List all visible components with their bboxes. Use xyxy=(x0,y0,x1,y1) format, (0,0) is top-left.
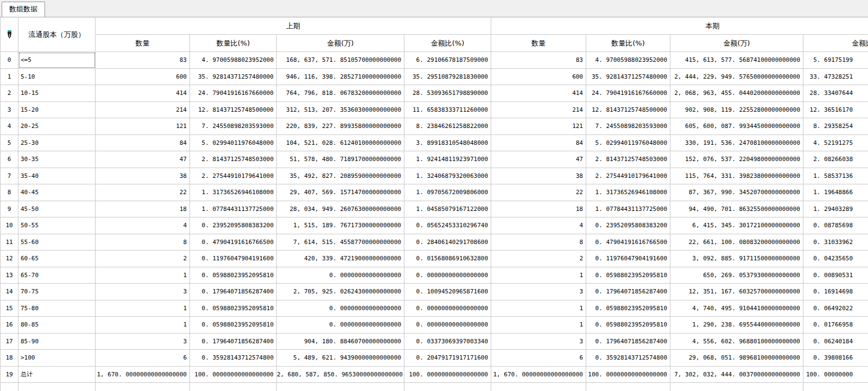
cell-prev-amount[interactable]: 0. 00000000000000000 xyxy=(277,317,404,334)
cell-share-range[interactable]: 60-65 xyxy=(18,251,96,267)
cell-prev-amount[interactable]: 1, 515, 189. 76717300000000000 xyxy=(277,217,404,234)
cell-cur-qty-pct[interactable]: 0. 35928143712574800 xyxy=(586,350,670,367)
cell-prev-amount[interactable]: 0. 00000000000000000 xyxy=(277,267,404,284)
cell-prev-qty[interactable]: 47 xyxy=(96,151,190,168)
cell-prev-amount[interactable]: 220, 839, 227. 89935800000000000 xyxy=(277,118,404,135)
cell-share-range[interactable]: 总计 xyxy=(18,366,96,383)
row-index[interactable]: 12 xyxy=(1,251,18,267)
cell-prev-amount-pct[interactable]: 0. 01568086910632800 xyxy=(404,251,491,267)
cell-prev-qty-pct[interactable]: 0. 35928143712574800 xyxy=(190,350,277,367)
cell-cur-amount-pct[interactable]: 0. 08785698 xyxy=(803,217,868,234)
cell-prev-qty[interactable]: 600 xyxy=(96,68,190,85)
cell-cur-qty-pct[interactable]: 2. 81437125748503000 xyxy=(586,151,670,168)
cell-prev-qty-pct[interactable]: 0. 47904191616766500 xyxy=(190,234,277,251)
cell-prev-amount[interactable]: 168, 637, 571. 85105700000000000 xyxy=(277,52,404,69)
cell-prev-qty[interactable]: 1, 670. 00000000000000000 xyxy=(96,366,190,383)
cell-prev-qty-pct[interactable]: 0. 11976047904191600 xyxy=(190,251,277,267)
cell-share-range[interactable]: >100 xyxy=(18,350,96,367)
cell-cur-amount[interactable]: 902, 908, 119. 22552800000000000 xyxy=(670,101,803,118)
col-header-share-range[interactable]: 流通股本（万股） xyxy=(18,17,96,52)
cell-cur-amount-pct[interactable]: 1. 19648866 xyxy=(803,184,868,201)
cell-prev-qty-pct[interactable]: 0. 17964071856287400 xyxy=(190,333,277,350)
row-index[interactable]: 11 xyxy=(1,234,18,251)
cell-cur-amount[interactable]: 4, 740, 495. 91044100000000000 xyxy=(670,300,803,317)
cell-prev-qty[interactable]: 1 xyxy=(96,300,190,317)
cell-prev-amount-pct[interactable]: 0. 00000000000000000 xyxy=(404,300,491,317)
cell-prev-qty-pct[interactable]: 1. 07784431137725000 xyxy=(190,201,277,217)
cell-prev-amount[interactable]: 104, 521, 028. 61240100000000000 xyxy=(277,134,404,151)
cell-prev-qty[interactable]: 8 xyxy=(96,234,190,251)
cell-cur-amount-pct[interactable]: 0. 39808166 xyxy=(803,350,868,367)
cell-cur-qty[interactable]: 3 xyxy=(491,333,586,350)
cell-prev-amount[interactable]: 51, 578, 480. 71891700000000000 xyxy=(277,151,404,168)
cell-cur-qty[interactable]: 84 xyxy=(491,134,586,151)
cell-prev-amount[interactable]: 29, 407, 569. 15714700000000000 xyxy=(277,184,404,201)
cell-cur-qty-pct[interactable]: 1. 07784431137725000 xyxy=(586,201,670,217)
cell-cur-qty-pct[interactable]: 0. 11976047904191600 xyxy=(586,251,670,267)
cell-prev-amount-pct[interactable]: 28. 53093651798890000 xyxy=(404,85,491,102)
cell-cur-qty[interactable]: 414 xyxy=(491,85,586,102)
cell-prev-amount-pct[interactable]: 35. 29510879281830000 xyxy=(404,68,491,85)
cell-share-range[interactable]: 35-40 xyxy=(18,168,96,184)
cell-prev-qty-pct[interactable]: 35. 92814371257480000 xyxy=(190,68,277,85)
row-index[interactable]: 18 xyxy=(1,350,18,367)
cell-prev-amount-pct[interactable]: 8. 23846261258822000 xyxy=(404,118,491,135)
cell-cur-amount[interactable]: 605, 600, 087. 99344500000000000 xyxy=(670,118,803,135)
cell-cur-qty[interactable]: 6 xyxy=(491,350,586,367)
cell-prev-qty-pct[interactable]: 12. 81437125748500000 xyxy=(190,101,277,118)
cell-prev-qty-pct[interactable]: 100. 00000000000000000 xyxy=(190,366,277,383)
row-index[interactable]: 14 xyxy=(1,284,18,300)
cell-cur-qty-pct[interactable]: 5. 02994011976048000 xyxy=(586,134,670,151)
cell-prev-amount-pct[interactable]: 1. 32406879320063000 xyxy=(404,168,491,184)
cell-cur-amount[interactable]: 2, 068, 963, 455. 04402000000000000 xyxy=(670,85,803,102)
cell-prev-amount[interactable]: 420, 339. 47219000000000000 xyxy=(277,251,404,267)
cell-cur-amount[interactable]: 87, 367, 990. 34520700000000000 xyxy=(670,184,803,201)
cell-cur-qty[interactable]: 18 xyxy=(491,201,586,217)
row-index[interactable]: 19 xyxy=(1,366,18,383)
cell-cur-amount-pct[interactable]: 100. 00000000 xyxy=(803,366,868,383)
col-header-cur-qty[interactable]: 数量 xyxy=(491,35,586,52)
cell-share-range[interactable]: 70-75 xyxy=(18,284,96,300)
cell-prev-amount-pct[interactable]: 11. 65838333711260000 xyxy=(404,101,491,118)
col-header-prev-qty-pct[interactable]: 数量比(%) xyxy=(190,35,277,52)
cell-prev-qty-pct[interactable]: 0. 05988023952095810 xyxy=(190,317,277,334)
cell-cur-amount-pct[interactable]: 28. 33407644 xyxy=(803,85,868,102)
tab-array-data[interactable]: 数组数据 xyxy=(2,2,45,17)
cell-prev-amount-pct[interactable]: 3. 89918310548048000 xyxy=(404,134,491,151)
cell-cur-qty-pct[interactable]: 0. 05988023952095810 xyxy=(586,300,670,317)
cell-prev-amount-pct[interactable]: 100. 00000000000000000 xyxy=(404,366,491,383)
cell-cur-qty[interactable]: 8 xyxy=(491,234,586,251)
cell-prev-qty-pct[interactable]: 2. 81437125748503000 xyxy=(190,151,277,168)
group-header-prev-period[interactable]: 上期 xyxy=(96,17,491,35)
group-header-cur-period[interactable]: 本期 xyxy=(491,17,868,35)
cell-cur-qty[interactable]: 1 xyxy=(491,300,586,317)
cell-cur-amount-pct[interactable]: 1. 29403289 xyxy=(803,201,868,217)
cell-prev-qty-pct[interactable]: 0. 05988023952095810 xyxy=(190,267,277,284)
row-index[interactable]: 2 xyxy=(1,85,18,102)
cell-prev-amount-pct[interactable]: 0. 28406140291708600 xyxy=(404,234,491,251)
cell-prev-qty-pct[interactable]: 0. 17964071856287400 xyxy=(190,284,277,300)
cell-cur-qty[interactable]: 1, 670. 00000000000000000 xyxy=(491,366,586,383)
cell-cur-qty-pct[interactable]: 35. 92814371257480000 xyxy=(586,68,670,85)
cell-cur-qty[interactable]: 2 xyxy=(491,251,586,267)
cell-prev-amount[interactable]: 764, 796, 818. 06783200000000000 xyxy=(277,85,404,102)
row-index[interactable]: 5 xyxy=(1,134,18,151)
cell-cur-amount-pct[interactable]: 0. 16914698 xyxy=(803,284,868,300)
cell-cur-qty-pct[interactable]: 0. 05988023952095810 xyxy=(586,267,670,284)
cell-cur-qty[interactable]: 38 xyxy=(491,168,586,184)
cell-cur-qty[interactable]: 4 xyxy=(491,217,586,234)
cell-cur-amount[interactable]: 12, 351, 167. 60325700000000000 xyxy=(670,284,803,300)
cell-prev-amount-pct[interactable]: 1. 04585079167122000 xyxy=(404,201,491,217)
cell-prev-amount-pct[interactable]: 0. 10094520965871600 xyxy=(404,284,491,300)
cell-cur-qty-pct[interactable]: 0. 47904191616766500 xyxy=(586,234,670,251)
cell-cur-amount-pct[interactable]: 12. 36516170 xyxy=(803,101,868,118)
col-header-prev-amount-pct[interactable]: 金额比(%) xyxy=(404,35,491,52)
cell-cur-amount-pct[interactable]: 0. 04235650 xyxy=(803,251,868,267)
col-header-prev-amount[interactable]: 金额(万) xyxy=(277,35,404,52)
cell-prev-qty-pct[interactable]: 4. 97005988023952000 xyxy=(190,52,277,69)
cell-prev-qty[interactable]: 1 xyxy=(96,317,190,334)
cell-share-range[interactable]: 40-45 xyxy=(18,184,96,201)
cell-cur-amount-pct[interactable]: 1. 58537136 xyxy=(803,168,868,184)
cell-prev-qty[interactable]: 83 xyxy=(96,52,190,69)
cell-prev-amount[interactable]: 2, 680, 587, 850. 96530000000000000 xyxy=(277,366,404,383)
